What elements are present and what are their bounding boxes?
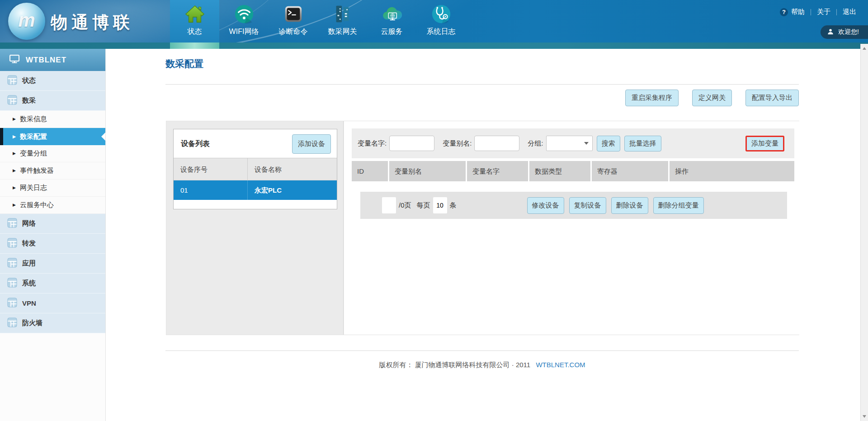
nav-tab-label: 系统日志 [427, 27, 456, 37]
col-name: 变量名字 [467, 161, 529, 181]
brand-name: 物通博联 [51, 11, 134, 34]
group-label: 分组: [528, 139, 543, 148]
sidebar-item-label: 防火墙 [22, 319, 42, 327]
about-link[interactable]: 关于 [817, 8, 830, 16]
modify-device-button[interactable]: 修改设备 [527, 197, 564, 214]
sidebar-item-cloud-center[interactable]: ▶ 云服务中心 [0, 197, 105, 214]
sidebar-item-firewall[interactable]: 防火墙 [0, 313, 105, 333]
group-select[interactable] [546, 136, 593, 151]
sidebar-item-data-acquisition[interactable]: 数采 [0, 91, 105, 111]
sidebar-item-status[interactable]: 状态 [0, 71, 105, 91]
sidebar-item-label: 网络 [22, 219, 36, 228]
nav-tab-syslog[interactable]: 系统日志 [416, 0, 466, 43]
search-button[interactable]: 搜索 [597, 136, 620, 151]
page-number-input[interactable] [382, 197, 396, 213]
sidebar-item-label: 事件触发器 [20, 166, 54, 175]
sidebar-item-label: 转发 [22, 239, 36, 248]
device-name: 永宏PLC [247, 180, 337, 200]
sidebar-item-variable-group[interactable]: ▶ 变量分组 [0, 145, 105, 162]
variable-alias-label: 变量别名: [443, 139, 472, 148]
grid-icon [7, 298, 17, 309]
sidebar-item-system[interactable]: 系统 [0, 274, 105, 293]
batch-select-button[interactable]: 批量选择 [624, 136, 661, 151]
per-page-input[interactable] [433, 197, 447, 213]
sidebar-item-label: 系统 [22, 279, 36, 288]
cloud-service-icon [381, 3, 403, 25]
caret-right-icon: ▶ [13, 169, 16, 173]
col-actions: 操作 [670, 161, 794, 181]
nav-tab-label: 诊断命令 [279, 27, 308, 37]
logout-link[interactable]: 退出 [843, 8, 856, 16]
delete-device-button[interactable]: 删除设备 [611, 197, 648, 214]
device-card-header: 设备列表 添加设备 [174, 129, 337, 158]
sidebar-item-network[interactable]: 网络 [0, 214, 105, 234]
device-col-name: 设备名称 [247, 158, 337, 180]
per-page-label: 每页 [417, 201, 430, 210]
caret-right-icon: ▶ [13, 151, 16, 156]
caret-right-icon: ▶ [13, 135, 16, 139]
link-divider [811, 9, 811, 15]
grid-icon [7, 218, 17, 229]
header-background: m 物通博联 状态 [0, 0, 868, 43]
variable-filter-bar: 变量名字: 变量别名: 分组: 搜索 批量选择 添加变量 [352, 128, 794, 158]
sidebar-item-vpn[interactable]: VPN [0, 293, 105, 313]
pagination-bar: /0页 每页 条 修改设备 复制设备 删除设备 删除分组变量 [360, 192, 787, 219]
device-table-header: 设备序号 设备名称 [174, 158, 337, 180]
footer-divider [165, 350, 799, 351]
header-bottom-strip [0, 43, 868, 49]
top-nav: 状态 WIFI网络 [170, 0, 466, 43]
delete-group-variables-button[interactable]: 删除分组变量 [653, 197, 704, 214]
device-row-selected[interactable]: 01 永宏PLC [174, 180, 337, 200]
sidebar-item-label: 数采 [22, 96, 36, 105]
sidebar: WTBLNET 状态 数采 ▶ 数采信息 ▶ 数采配置 ▶ 变量分组 ▶ 事件触… [0, 49, 106, 421]
help-link[interactable]: 帮助 [791, 8, 805, 16]
sidebar-title: WTBLNET [26, 56, 66, 65]
define-gateway-button[interactable]: 定义网关 [692, 90, 732, 106]
vertical-scrollbar[interactable] [860, 44, 868, 421]
scroll-up-icon[interactable] [863, 47, 866, 50]
col-id: ID [352, 161, 389, 181]
home-icon [184, 3, 206, 25]
question-icon: ? [780, 8, 788, 16]
sidebar-item-acquisition-info[interactable]: ▶ 数采信息 [0, 111, 105, 128]
nav-tab-gateway[interactable]: 数采网关 [318, 0, 367, 43]
config-import-export-button[interactable]: 配置导入导出 [745, 90, 799, 106]
sidebar-item-application[interactable]: 应用 [0, 254, 105, 274]
add-device-button[interactable]: 添加设备 [292, 134, 331, 154]
sidebar-item-label: 数采配置 [20, 132, 47, 141]
nav-tab-status[interactable]: 状态 [170, 0, 219, 43]
nav-tab-cloud[interactable]: 云服务 [367, 0, 416, 43]
footer: 版权所有： 厦门物通博联网络科技有限公司 · 2011 WTBLNET.COM [165, 361, 799, 369]
footer-link[interactable]: WTBLNET.COM [536, 361, 585, 369]
sidebar-item-label: VPN [22, 299, 36, 307]
page-total-text: /0页 [399, 201, 411, 210]
grid-icon [7, 75, 17, 86]
variable-name-input[interactable] [389, 136, 434, 151]
variable-table-header: ID 变量别名 变量名字 数据类型 寄存器 操作 [352, 161, 794, 181]
monitor-icon [9, 53, 20, 66]
gateway-icon [332, 3, 354, 25]
sidebar-item-forwarding[interactable]: 转发 [0, 234, 105, 254]
sidebar-item-label: 状态 [22, 76, 36, 85]
active-tab-underline [170, 43, 219, 49]
nav-tab-label: 状态 [188, 27, 202, 37]
device-action-buttons: 修改设备 复制设备 删除设备 删除分组变量 [527, 197, 704, 214]
copy-device-button[interactable]: 复制设备 [569, 197, 606, 214]
sidebar-item-label: 云服务中心 [20, 201, 54, 209]
sidebar-item-gateway-log[interactable]: ▶ 网关日志 [0, 180, 105, 197]
nav-tab-label: 数采网关 [328, 27, 357, 37]
variable-alias-input[interactable] [474, 136, 519, 151]
page-toolbar: 重启采集程序 定义网关 配置导入导出 [165, 90, 799, 106]
nav-tab-diagnostics[interactable]: 诊断命令 [269, 0, 318, 43]
sidebar-header: WTBLNET [0, 49, 105, 71]
sidebar-item-acquisition-config[interactable]: ▶ 数采配置 [0, 128, 105, 145]
scroll-down-icon[interactable] [863, 415, 866, 418]
caret-right-icon: ▶ [13, 186, 16, 190]
variable-name-label: 变量名字: [358, 139, 387, 148]
restart-collector-button[interactable]: 重启采集程序 [625, 90, 679, 106]
sidebar-item-event-trigger[interactable]: ▶ 事件触发器 [0, 162, 105, 180]
user-icon [827, 28, 834, 37]
nav-tab-wifi[interactable]: WIFI网络 [219, 0, 269, 43]
welcome-badge: 欢迎您! [821, 25, 868, 39]
add-variable-button[interactable]: 添加变量 [745, 136, 784, 151]
